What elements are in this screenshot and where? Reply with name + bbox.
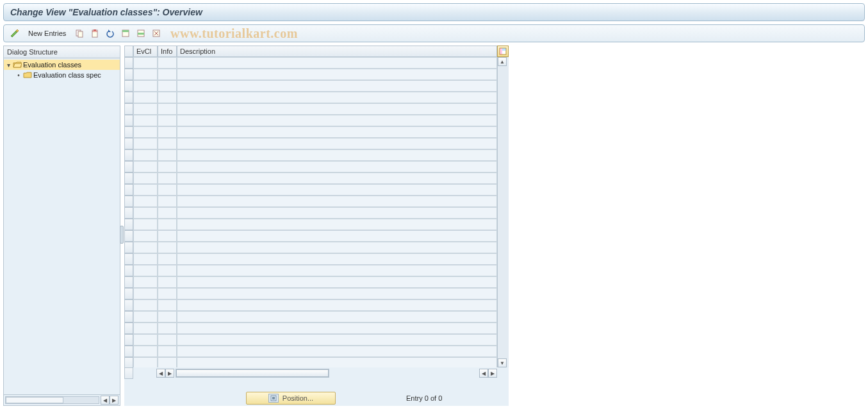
table-settings-icon[interactable]: [497, 46, 509, 57]
cell-description[interactable]: [177, 219, 497, 230]
delete-icon[interactable]: [88, 27, 102, 40]
row-selector[interactable]: [124, 299, 133, 311]
cell-description[interactable]: [177, 323, 497, 334]
hscroll-right-icon[interactable]: ▶: [165, 369, 174, 378]
cell-description[interactable]: [177, 265, 497, 276]
cell-description[interactable]: [177, 334, 497, 346]
toggle-change-icon[interactable]: [8, 27, 22, 40]
row-selector[interactable]: [124, 126, 133, 138]
table-row[interactable]: [124, 207, 497, 219]
cell-description[interactable]: [177, 299, 497, 311]
cell-info[interactable]: [158, 92, 177, 103]
cell-evcl[interactable]: [133, 161, 158, 172]
cell-info[interactable]: [158, 276, 177, 288]
cell-description[interactable]: [177, 126, 497, 138]
cell-info[interactable]: [158, 196, 177, 207]
table-row[interactable]: [124, 115, 497, 126]
row-selector[interactable]: [124, 253, 133, 265]
dialog-structure-tree[interactable]: ▾ Evaluation classes • Evaluation class …: [3, 58, 120, 394]
cell-info[interactable]: [158, 311, 177, 323]
cell-description[interactable]: [177, 230, 497, 242]
table-row[interactable]: [124, 184, 497, 196]
cell-info[interactable]: [158, 253, 177, 265]
cell-info[interactable]: [158, 149, 177, 161]
cell-evcl[interactable]: [133, 311, 158, 323]
cell-evcl[interactable]: [133, 196, 158, 207]
cell-description[interactable]: [177, 253, 497, 265]
cell-description[interactable]: [177, 184, 497, 196]
table-row[interactable]: [124, 138, 497, 149]
row-selector[interactable]: [124, 115, 133, 126]
cell-evcl[interactable]: [133, 323, 158, 334]
cell-evcl[interactable]: [133, 346, 158, 357]
table-row[interactable]: [124, 288, 497, 299]
tree-horizontal-scrollbar[interactable]: ◀ ▶: [3, 394, 120, 406]
tree-scroll-right-icon[interactable]: ▶: [110, 396, 119, 405]
cell-description[interactable]: [177, 242, 497, 253]
row-selector[interactable]: [124, 288, 133, 299]
cell-info[interactable]: [158, 346, 177, 357]
cell-evcl[interactable]: [133, 126, 158, 138]
cell-description[interactable]: [177, 80, 497, 92]
row-selector[interactable]: [124, 334, 133, 346]
table-row[interactable]: [124, 265, 497, 276]
cell-info[interactable]: [158, 265, 177, 276]
tree-hscroll-track[interactable]: [5, 396, 99, 404]
table-row[interactable]: [124, 149, 497, 161]
cell-evcl[interactable]: [133, 357, 158, 367]
cell-evcl[interactable]: [133, 115, 158, 126]
cell-description[interactable]: [177, 115, 497, 126]
copy-as-icon[interactable]: [72, 27, 86, 40]
cell-info[interactable]: [158, 242, 177, 253]
new-entries-button[interactable]: New Entries: [23, 27, 71, 40]
row-selector[interactable]: [124, 346, 133, 357]
cell-info[interactable]: [158, 357, 177, 367]
position-button[interactable]: Position...: [246, 392, 336, 405]
cell-description[interactable]: [177, 276, 497, 288]
cell-info[interactable]: [158, 161, 177, 172]
cell-description[interactable]: [177, 311, 497, 323]
hscroll-thumb[interactable]: [176, 369, 329, 377]
undo-icon[interactable]: [103, 27, 117, 40]
row-selector[interactable]: [124, 80, 133, 92]
cell-info[interactable]: [158, 334, 177, 346]
cell-info[interactable]: [158, 138, 177, 149]
cell-info[interactable]: [158, 103, 177, 115]
cell-info[interactable]: [158, 126, 177, 138]
cell-evcl[interactable]: [133, 253, 158, 265]
cell-info[interactable]: [158, 80, 177, 92]
row-selector[interactable]: [124, 357, 133, 367]
cell-evcl[interactable]: [133, 103, 158, 115]
tree-hscroll-thumb[interactable]: [6, 397, 63, 403]
cell-evcl[interactable]: [133, 288, 158, 299]
table-row[interactable]: [124, 299, 497, 311]
cell-evcl[interactable]: [133, 230, 158, 242]
cell-description[interactable]: [177, 346, 497, 357]
row-selector[interactable]: [124, 323, 133, 334]
table-row[interactable]: [124, 172, 497, 184]
column-header-info[interactable]: Info: [158, 46, 177, 57]
table-row[interactable]: [124, 57, 497, 69]
cell-info[interactable]: [158, 299, 177, 311]
hscroll-left-icon[interactable]: ◀: [156, 369, 165, 378]
hscroll-track-left[interactable]: [176, 369, 329, 378]
cell-info[interactable]: [158, 323, 177, 334]
cell-info[interactable]: [158, 184, 177, 196]
table-row[interactable]: [124, 196, 497, 207]
cell-description[interactable]: [177, 288, 497, 299]
row-selector[interactable]: [124, 103, 133, 115]
table-row[interactable]: [124, 357, 497, 367]
cell-evcl[interactable]: [133, 57, 158, 69]
cell-description[interactable]: [177, 161, 497, 172]
row-selector[interactable]: [124, 276, 133, 288]
vscroll-down-icon[interactable]: ▼: [498, 358, 507, 367]
column-header-description[interactable]: Description: [177, 46, 497, 57]
table-row[interactable]: [124, 323, 497, 334]
cell-description[interactable]: [177, 57, 497, 69]
cell-evcl[interactable]: [133, 334, 158, 346]
table-row[interactable]: [124, 311, 497, 323]
hscroll-right2-icon[interactable]: ▶: [488, 369, 497, 378]
cell-description[interactable]: [177, 103, 497, 115]
cell-evcl[interactable]: [133, 149, 158, 161]
table-row[interactable]: [124, 334, 497, 346]
